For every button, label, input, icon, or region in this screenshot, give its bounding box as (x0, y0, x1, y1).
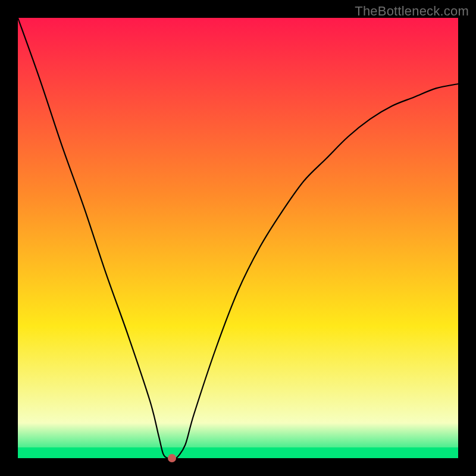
chart-frame: TheBottleneck.com (0, 0, 476, 476)
bottleneck-curve (18, 18, 458, 459)
watermark-text: TheBottleneck.com (355, 4, 469, 19)
plot-area (18, 18, 458, 458)
curve-layer (18, 18, 458, 458)
optimum-marker (168, 454, 176, 462)
